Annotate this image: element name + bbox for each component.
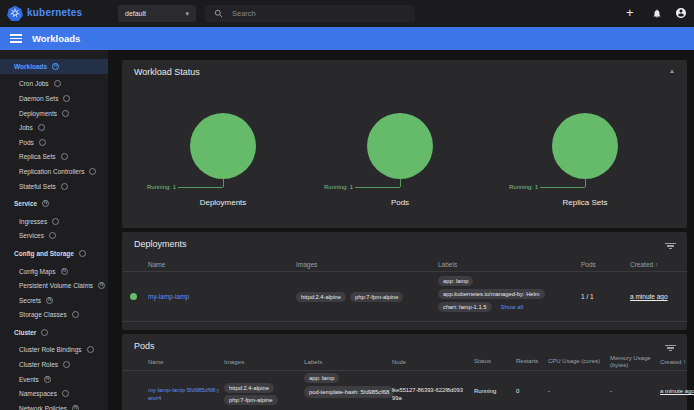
sidebar-item-label: Cron Jobs [19, 80, 49, 87]
sidebar-item-pods[interactable]: Pods [0, 135, 108, 150]
sidebar-item-network-policies[interactable]: Network Policies N [0, 401, 108, 410]
namespace-badge-icon: N [98, 282, 105, 289]
sidebar-item-secrets[interactable]: Secrets N [0, 293, 108, 308]
namespace-badge-icon: N [44, 376, 51, 383]
leader-line [355, 187, 400, 188]
sidebar-item-cron-jobs[interactable]: Cron Jobs [0, 77, 108, 92]
column-header-name[interactable]: Name [144, 261, 294, 268]
column-header-name[interactable]: Name [144, 358, 222, 366]
pod-name-link[interactable]: my-lamp-lamp-5fd985cf68-jwvz4 [148, 387, 219, 401]
sidebar-item-jobs[interactable]: Jobs [0, 120, 108, 135]
sidebar-item-workloads[interactable]: Workloads N [0, 59, 108, 74]
collapse-card-button chevron-up-icon[interactable]: ▲ [669, 68, 675, 74]
namespace-badge-icon [61, 183, 68, 190]
namespace-badge-icon: N [72, 405, 79, 410]
column-header-cpu[interactable]: CPU Usage (cores) [540, 358, 602, 365]
pods-card: Pods Name Images Labels Node Status Rest… [122, 334, 687, 410]
search-input[interactable]: Search [205, 5, 415, 22]
label-chip: pod-template-hash: 5fd985cf68 [304, 386, 394, 398]
column-header-labels[interactable]: Labels [302, 358, 390, 365]
sidebar-item-label: Secrets [19, 297, 41, 304]
namespace-badge-icon [49, 232, 56, 239]
sort-ascending-icon: ↑ [683, 358, 686, 365]
namespace-selected-value: default [125, 10, 146, 17]
running-count-label: Running: 1 [509, 184, 538, 190]
sidebar-item-deployments[interactable]: Deployments [0, 106, 108, 121]
pie-running-slice [552, 113, 618, 179]
user-account-icon[interactable] [675, 7, 687, 19]
sidebar-item-cluster[interactable]: Cluster [0, 325, 108, 340]
namespace-badge-icon [39, 139, 46, 146]
column-header-node[interactable]: Node [390, 358, 470, 366]
filter-icon[interactable] [665, 241, 676, 251]
namespace-badge-icon [79, 250, 86, 257]
sidebar-item-events[interactable]: Events N [0, 372, 108, 387]
sidebar-item-persistent-volume-claims[interactable]: Persistent Volume Claims N [0, 278, 108, 293]
leader-line [223, 179, 224, 187]
deployments-table-header: Name Images Labels Pods Created ↑ [122, 258, 687, 272]
sidebar-item-stateful-sets[interactable]: Stateful Sets [0, 179, 108, 194]
sidebar-item-daemon-sets[interactable]: Daemon Sets [0, 91, 108, 106]
notifications-bell-icon[interactable] [652, 8, 662, 19]
column-header-images[interactable]: Images [294, 261, 436, 268]
show-all-labels-link[interactable]: Show all [501, 304, 524, 310]
sidebar-item-ingresses[interactable]: Ingresses [0, 214, 108, 229]
namespace-badge-icon: N [52, 63, 59, 70]
workload-status-card: Workload Status ▲ Running: 1 Deployments… [122, 60, 687, 228]
sidebar-item-label: Network Policies [19, 405, 67, 410]
brand-title: kubernetes [27, 7, 82, 18]
sidebar-item-label: Events [19, 376, 39, 383]
column-header-labels[interactable]: Labels [436, 261, 577, 268]
menu-hamburger-icon[interactable] [10, 32, 22, 45]
sort-ascending-icon: ↑ [655, 261, 658, 268]
column-header-memory[interactable]: Memory Usage (bytes) [602, 355, 652, 369]
pie-running-slice [367, 113, 433, 179]
column-header-images[interactable]: Images [222, 358, 302, 365]
sidebar-item-config-and-storage[interactable]: Config and Storage [0, 246, 108, 261]
column-header-created[interactable]: Created ↑ [622, 261, 687, 268]
column-header-pods[interactable]: Pods [577, 261, 622, 268]
search-placeholder: Search [232, 9, 256, 18]
deployment-name-link[interactable]: my-lamp-lamp [148, 293, 189, 300]
sidebar-item-replication-controllers[interactable]: Replication Controllers [0, 164, 108, 179]
deployments-pie-chart: Running: 1 Deployments [131, 113, 315, 213]
pods-table-header: Name Images Labels Node Status Restarts … [122, 354, 687, 371]
sidebar-item-cluster-role-bindings[interactable]: Cluster Role Bindings [0, 343, 108, 358]
sidebar-item-replica-sets[interactable]: Replica Sets [0, 150, 108, 165]
sidebar-item-cluster-roles[interactable]: Cluster Roles [0, 357, 108, 372]
column-header-restarts[interactable]: Restarts [510, 358, 540, 365]
leader-line [585, 179, 586, 187]
pod-node-name: lke55127-86393-622f8d09399a [390, 371, 470, 410]
create-resource-button[interactable]: + [626, 3, 634, 23]
chevron-down-icon: ▾ [185, 10, 189, 18]
sidebar-item-services[interactable]: Services [0, 229, 108, 244]
namespace-selector[interactable]: default ▾ [118, 5, 196, 22]
kubernetes-logo-icon [7, 5, 23, 21]
namespace-badge-icon [89, 168, 96, 175]
sidebar-item-label: Ingresses [19, 218, 47, 225]
sidebar-item-namespaces[interactable]: Namespaces [0, 386, 108, 401]
sidebar-item-label: Workloads [14, 63, 47, 70]
sidebar-item-label: Cluster [14, 329, 36, 336]
namespace-badge-icon: N [42, 200, 49, 207]
filter-icon[interactable] [665, 343, 676, 353]
sidebar-item-storage-classes[interactable]: Storage Classes [0, 308, 108, 323]
deployments-card: Deployments Name Images Labels Pods Crea… [122, 232, 687, 330]
running-count-label: Running: 1 [324, 184, 353, 190]
sidebar-item-label: Stateful Sets [19, 183, 56, 190]
label-chip: app: lamp [304, 373, 339, 383]
column-header-status[interactable]: Status [470, 358, 510, 365]
leader-line [540, 187, 585, 188]
namespace-badge-icon [62, 110, 69, 117]
deployments-card-title: Deployments [134, 239, 187, 249]
image-chip: httpd:2.4-alpine [296, 292, 346, 302]
workload-status-title: Workload Status [134, 67, 200, 77]
namespace-badge-icon [54, 80, 61, 87]
pie-running-slice [190, 113, 256, 179]
sidebar-item-config-maps[interactable]: Config Maps N [0, 264, 108, 279]
image-chip: php:7-fpm-alpine [224, 395, 278, 405]
sidebar-item-label: Cluster Roles [19, 361, 58, 368]
column-header-created[interactable]: Created ↑ [652, 358, 687, 366]
pod-status: Running [470, 371, 510, 410]
sidebar-item-service[interactable]: Service N [0, 196, 108, 211]
